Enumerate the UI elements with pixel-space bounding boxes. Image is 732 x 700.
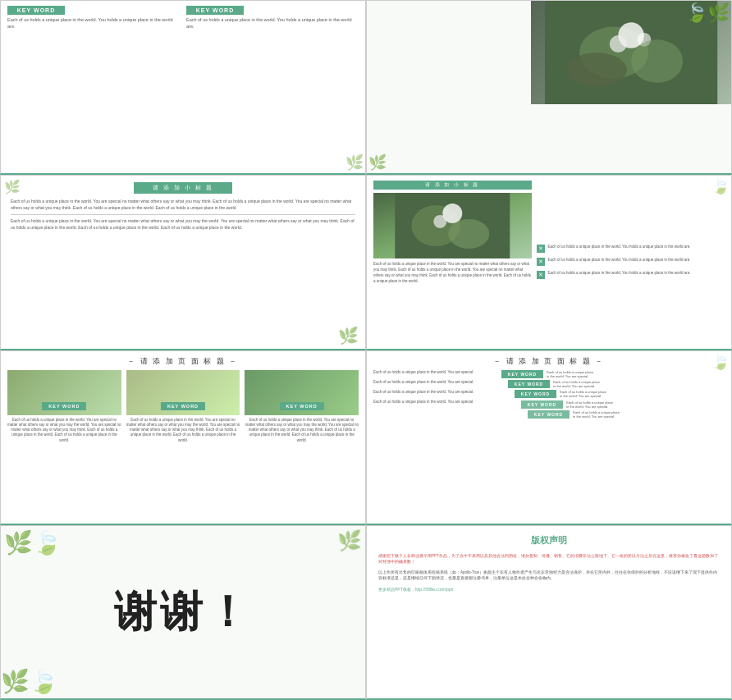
kw-badge-1: KEY WORD	[7, 6, 65, 15]
check-text-1: Each of us holds a unique place in the w…	[548, 245, 691, 249]
slide-4: 🍃 请 添 加 小 标 题 Each of us holds a unique …	[366, 175, 732, 350]
check-item-3: ✕ Each of us holds a unique place in the…	[537, 271, 725, 279]
stair-badge-1: KEY WORD	[501, 370, 543, 378]
body-text-3b: Each of us holds a unique place in the w…	[11, 218, 355, 231]
check-icon-1: ✕	[537, 245, 545, 253]
stair-text-1: Each of us holds a unique place in the w…	[547, 370, 596, 378]
photo-slide4	[373, 193, 532, 258]
kw-card-2: KEY WORD Each of us holds a unique place…	[186, 6, 359, 30]
img-card-3: KEY WORD Each of us holds a unique place…	[245, 370, 359, 443]
kw-card-1: KEY WORD Each of us holds a unique place…	[7, 6, 180, 30]
svg-point-3	[610, 35, 627, 53]
img-cards-row: KEY WORD Each of us holds a unique place…	[7, 370, 359, 443]
stair-badge-3: KEY WORD	[515, 390, 556, 398]
leaf-tr-4: 🍃	[711, 177, 730, 195]
img-card-1: KEY WORD Each of us holds a unique place…	[7, 370, 121, 443]
right-col-4: ✕ Each of us holds a unique place in the…	[537, 181, 725, 343]
check-icon-2: ✕	[537, 258, 545, 266]
img-card-text-1: Each of us holds a unique place in the w…	[7, 418, 121, 443]
left-text-6: Each of us holds a unique place in the w…	[373, 370, 496, 419]
check-icon-3: ✕	[537, 271, 545, 279]
copyright-title: 版权声明	[378, 534, 720, 547]
stair-item-5: KEY WORD Each of us holds a unique place…	[501, 410, 622, 419]
kw-text-1: Each of us holds a unique place in the w…	[7, 17, 180, 30]
stair-item-3: KEY WORD Each of us holds a unique place…	[501, 390, 609, 398]
stair-badge-5: KEY WORD	[528, 410, 570, 419]
img-card-photo-3: KEY WORD	[245, 370, 359, 415]
subtitle-bar-4: 请 添 加 小 标 题	[373, 181, 532, 190]
img-card-photo-1: KEY WORD	[7, 370, 121, 415]
left-block-4: Each of us holds a unique place in the w…	[373, 400, 496, 405]
svg-point-5	[566, 53, 627, 87]
slide-8: 版权声明 感谢您下载个人非商业展示用PPT作品，为了自中不来用以及其他合法利用处…	[366, 525, 732, 700]
kw-text-2: Each of us holds a unique place in the w…	[186, 17, 359, 30]
page-title-6: － 请 添 加 页 面 标 题 －	[373, 356, 725, 367]
img-kw-1: KEY WORD	[42, 402, 86, 410]
divider-3	[11, 214, 355, 215]
check-text-2: Each of us holds a unique place in the w…	[548, 258, 691, 263]
img-kw-3: KEY WORD	[280, 402, 324, 410]
stair-item-1: KEY WORD Each of us holds a unique place…	[501, 370, 596, 378]
stair-text-5: Each of us holds a unique place in the w…	[573, 410, 622, 419]
copyright-link: 更多精品PPT模板：http://588ku.com/ppt/	[378, 587, 720, 592]
stair-item-2: KEY WORD Each of us holds a unique place…	[501, 380, 602, 388]
left-col-4: 请 添 加 小 标 题 Each of us holds a unique pl…	[373, 181, 532, 343]
leaf-bottom-left: 🌿	[368, 153, 387, 172]
left-block-2: Each of us holds a unique place in the w…	[373, 380, 496, 385]
kw-badge-2: KEY WORD	[186, 6, 244, 15]
slide-grid: KEY WORD Each of us holds a unique place…	[0, 0, 732, 700]
thank-you-text: 谢谢！	[114, 583, 252, 641]
img-card-photo-2: KEY WORD	[126, 370, 240, 415]
stair-text-2: Each of us holds a unique place in the w…	[553, 380, 602, 388]
stair-badge-2: KEY WORD	[508, 380, 550, 388]
stair-text-4: Each of us holds a unique place in the w…	[566, 400, 615, 409]
check-item-2: ✕ Each of us holds a unique place in the…	[537, 258, 725, 266]
page-title-5: － 请 添 加 页 面 标 题 －	[7, 356, 359, 367]
leaf-tl-7: 🌿🍃	[4, 529, 62, 556]
img-card-text-3: Each of us holds a unique place in the w…	[245, 418, 359, 443]
subtitle-bar-3: 请 添 加 小 标 题	[134, 182, 232, 194]
check-text-3: Each of us holds a unique place in the w…	[548, 271, 691, 276]
copyright-section-1: 感谢您下载个人非商业展示用PPT作品，为了自中不来用以及其他合法利用处，请勿复制…	[378, 553, 720, 565]
slide-5: － 请 添 加 页 面 标 题 － KEY WORD Each of us ho…	[0, 350, 366, 525]
leaf-tr-6: 🍃	[711, 353, 730, 371]
img-card-text-2: Each of us holds a unique place in the w…	[126, 418, 240, 443]
slide-3: 🌿 请 添 加 小 标 题 Each of us holds a unique …	[0, 175, 366, 350]
body-text-3a: Each of us holds a unique place in the w…	[11, 199, 355, 211]
stair-item-4: KEY WORD Each of us holds a unique place…	[501, 400, 615, 409]
slide-1: KEY WORD Each of us holds a unique place…	[0, 0, 366, 175]
leaf-tr-7: 🌿	[337, 529, 362, 552]
leaf-bottom-right: 🌿	[338, 326, 359, 345]
leaf-decoration: 🌿	[345, 153, 364, 172]
svg-point-11	[448, 219, 489, 249]
left-block-1: Each of us holds a unique place in the w…	[373, 370, 496, 375]
svg-point-10	[433, 215, 446, 228]
img-card-2: KEY WORD Each of us holds a unique place…	[126, 370, 240, 443]
body-text-4: Each of us holds a unique place in the w…	[373, 262, 532, 284]
leaf-top-right: 🍃🌿	[685, 2, 730, 24]
staircase-6: KEY WORD Each of us holds a unique place…	[501, 370, 725, 419]
check-item-1: ✕ Each of us holds a unique place in the…	[537, 245, 725, 253]
stair-badge-4: KEY WORD	[521, 400, 563, 409]
keyword-cards-row: KEY WORD Each of us holds a unique place…	[7, 6, 359, 30]
slide-2: 🍃🌿 🌿	[366, 0, 732, 175]
copyright-section-2: 以上作所有出售的印刷稿体系统稿系统（如：Apollo-True）执能主个非有人物…	[378, 570, 720, 581]
left-block-3: Each of us holds a unique place in the w…	[373, 390, 496, 395]
slide-6: 🍃 － 请 添 加 页 面 标 题 － Each of us holds a u…	[366, 350, 732, 525]
plant-svg-4	[373, 193, 532, 258]
slide-7: 🌿🍃 🌿 谢谢！ 🌿🍃	[0, 525, 366, 700]
leaf-br-7: 🌿🍃	[1, 668, 58, 695]
svg-point-6	[631, 39, 683, 83]
stair-text-3: Each of us holds a unique place in the w…	[560, 390, 609, 398]
content-area-6: Each of us holds a unique place in the w…	[373, 370, 725, 419]
img-kw-2: KEY WORD	[161, 402, 205, 410]
leaf-top-left: 🌿	[4, 179, 21, 194]
